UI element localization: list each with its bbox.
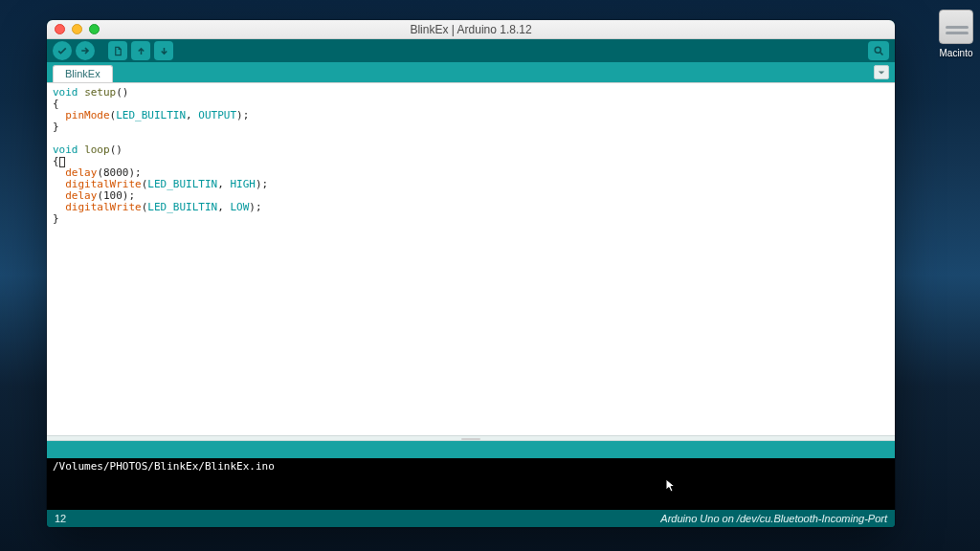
console-line: /Volumes/PHOTOS/BlinkEx/BlinkEx.ino <box>53 460 275 473</box>
titlebar[interactable]: BlinkEx | Arduino 1.8.12 <box>47 20 895 39</box>
tab-menu-button[interactable] <box>874 65 889 79</box>
arrow-up-icon <box>136 46 146 56</box>
check-icon <box>56 45 68 56</box>
arrow-right-icon <box>79 45 91 56</box>
arrow-down-icon <box>159 46 169 56</box>
hdd-icon <box>939 10 973 44</box>
save-sketch-button[interactable] <box>154 41 173 60</box>
window-controls <box>47 24 100 34</box>
file-icon <box>113 46 123 56</box>
line-number: 12 <box>55 513 66 524</box>
console[interactable]: /Volumes/PHOTOS/BlinkEx/BlinkEx.ino <box>47 458 895 510</box>
code-text[interactable]: void setup() { pinMode(LED_BUILTIN, OUTP… <box>47 83 895 229</box>
window-title: BlinkEx | Arduino 1.8.12 <box>47 23 895 36</box>
desktop-drive-label: Macinto <box>932 48 980 58</box>
board-port-label: Arduino Uno on /dev/cu.Bluetooth-Incomin… <box>660 513 887 524</box>
magnifier-icon <box>873 45 884 56</box>
status-strip <box>47 441 895 458</box>
arduino-window: BlinkEx | Arduino 1.8.12 <box>47 20 895 527</box>
svg-point-0 <box>875 47 880 53</box>
desktop: Macinto BlinkEx | Arduino 1.8.12 <box>0 0 980 551</box>
verify-button[interactable] <box>53 41 72 60</box>
desktop-drive-icon[interactable]: Macinto <box>932 10 980 58</box>
chevron-down-icon <box>878 69 885 77</box>
upload-button[interactable] <box>76 41 95 60</box>
pane-divider[interactable] <box>47 435 895 441</box>
new-sketch-button[interactable] <box>108 41 127 60</box>
mouse-cursor <box>665 478 677 494</box>
code-editor[interactable]: void setup() { pinMode(LED_BUILTIN, OUTP… <box>47 82 895 435</box>
tab-bar: BlinkEx <box>47 62 895 82</box>
minimize-button[interactable] <box>72 24 82 34</box>
open-sketch-button[interactable] <box>131 41 150 60</box>
toolbar <box>47 39 895 62</box>
zoom-button[interactable] <box>89 24 100 34</box>
footer: 12 Arduino Uno on /dev/cu.Bluetooth-Inco… <box>47 510 895 527</box>
tab-blinkex[interactable]: BlinkEx <box>53 65 113 82</box>
serial-monitor-button[interactable] <box>868 41 889 60</box>
close-button[interactable] <box>55 24 65 34</box>
